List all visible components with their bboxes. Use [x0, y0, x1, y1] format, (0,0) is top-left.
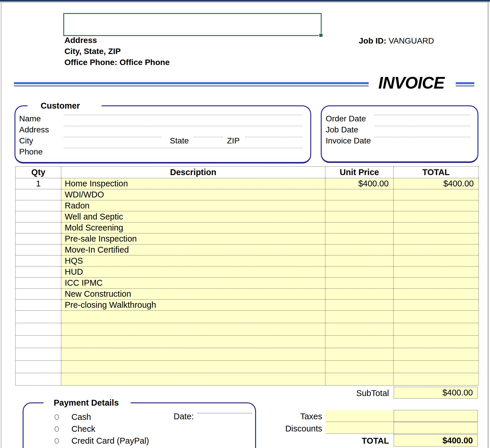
unit-price-cell[interactable]	[325, 222, 394, 233]
unit-price-cell[interactable]	[325, 336, 394, 348]
company-city-state-zip: City, State, ZIP	[64, 46, 170, 57]
unit-price-cell[interactable]	[325, 289, 394, 300]
description-cell[interactable]: HUD	[61, 267, 325, 278]
description-cell[interactable]: Home Inspection	[61, 178, 325, 189]
total-cell[interactable]	[394, 361, 479, 373]
description-cell[interactable]: WDI/WDO	[61, 189, 325, 200]
total-cell[interactable]	[394, 348, 479, 361]
total-cell[interactable]	[394, 200, 479, 211]
radio-circle-icon[interactable]	[55, 426, 59, 432]
unit-price-cell[interactable]	[325, 348, 394, 361]
qty-cell[interactable]	[16, 222, 61, 233]
description-cell[interactable]	[61, 336, 325, 348]
description-cell[interactable]: Pre-closing Walkthrough	[61, 300, 325, 311]
description-cell[interactable]	[61, 361, 325, 373]
radio-circle-icon[interactable]	[55, 438, 59, 444]
description-cell[interactable]: Pre-sale Inspection	[61, 233, 325, 244]
total-cell[interactable]	[394, 300, 479, 311]
qty-cell[interactable]	[16, 373, 61, 386]
qty-cell[interactable]: 1	[16, 178, 61, 189]
qty-cell[interactable]	[16, 300, 61, 311]
description-cell[interactable]: Well and Septic	[61, 211, 325, 222]
total-cell[interactable]	[394, 233, 479, 244]
customer-name-field[interactable]	[64, 115, 302, 115]
customer-address-field[interactable]	[64, 126, 302, 126]
job-date-field[interactable]	[374, 126, 470, 126]
qty-cell[interactable]	[16, 336, 61, 348]
total-cell[interactable]	[394, 189, 479, 200]
qty-cell[interactable]	[16, 348, 61, 361]
payment-date-field[interactable]	[197, 413, 252, 413]
unit-price-cell[interactable]	[325, 244, 394, 256]
description-cell[interactable]: HQS	[61, 256, 325, 267]
customer-phone-field[interactable]	[64, 148, 302, 148]
description-cell[interactable]: Mold Screening	[61, 222, 325, 233]
grand-total-value-cell[interactable]: $400.00	[394, 434, 478, 447]
description-cell[interactable]	[61, 311, 325, 323]
description-cell[interactable]: Radon	[61, 200, 325, 211]
total-cell[interactable]	[394, 373, 479, 386]
qty-cell[interactable]	[16, 323, 61, 336]
unit-price-cell[interactable]: $400.00	[325, 178, 394, 189]
total-cell[interactable]	[394, 323, 479, 336]
unit-price-cell[interactable]	[325, 200, 394, 211]
description-cell[interactable]	[61, 323, 325, 336]
qty-cell[interactable]	[16, 211, 61, 222]
qty-cell[interactable]	[16, 189, 61, 200]
unit-price-cell[interactable]	[325, 211, 394, 222]
total-cell[interactable]	[394, 211, 479, 222]
qty-cell[interactable]	[16, 256, 61, 267]
discounts-value-cell[interactable]	[394, 422, 478, 434]
description-cell[interactable]	[61, 348, 325, 361]
total-cell[interactable]: $400.00	[394, 178, 479, 189]
window-top-divider	[0, 1, 490, 3]
radio-circle-icon[interactable]	[55, 414, 59, 420]
qty-cell[interactable]	[16, 200, 61, 211]
order-date-field[interactable]	[374, 115, 470, 115]
description-cell[interactable]	[61, 373, 325, 386]
unit-price-cell[interactable]	[325, 323, 394, 336]
taxes-input-cell[interactable]	[326, 410, 393, 422]
description-cell[interactable]: ICC IPMC	[61, 278, 325, 289]
table-row: Well and Septic	[16, 211, 479, 222]
qty-cell[interactable]	[16, 267, 61, 278]
qty-cell[interactable]	[16, 244, 61, 256]
total-cell[interactable]	[394, 244, 479, 256]
discounts-input-cell[interactable]	[326, 422, 393, 434]
selected-cell-region[interactable]	[63, 13, 322, 36]
qty-cell[interactable]	[16, 361, 61, 373]
unit-price-cell[interactable]	[325, 311, 394, 323]
total-cell[interactable]	[394, 278, 479, 289]
qty-cell[interactable]	[16, 278, 61, 289]
subtotal-value-cell[interactable]: $400.00	[394, 387, 478, 399]
unit-price-cell[interactable]	[325, 373, 394, 386]
customer-zip-field[interactable]	[245, 137, 302, 137]
unit-price-cell[interactable]	[325, 189, 394, 200]
total-cell[interactable]	[394, 256, 479, 267]
selection-fill-handle[interactable]	[319, 33, 323, 37]
unit-price-cell[interactable]	[325, 361, 394, 373]
unit-price-cell[interactable]	[325, 267, 394, 278]
payment-box-title: Payment Details	[54, 398, 119, 408]
customer-city-field[interactable]	[64, 137, 161, 137]
total-cell[interactable]	[394, 222, 479, 233]
qty-cell[interactable]	[16, 289, 61, 300]
total-cell[interactable]	[394, 311, 479, 323]
qty-cell[interactable]	[16, 233, 61, 244]
total-cell[interactable]	[394, 289, 479, 300]
description-cell[interactable]: New Construction	[61, 289, 325, 300]
page-title: INVOICE	[373, 73, 450, 92]
customer-state-field[interactable]	[194, 137, 223, 137]
qty-cell[interactable]	[16, 311, 61, 323]
description-cell[interactable]: Move-In Certified	[61, 244, 325, 256]
unit-price-cell[interactable]	[325, 233, 394, 244]
taxes-value-cell[interactable]	[394, 410, 478, 422]
unit-price-cell[interactable]	[325, 278, 394, 289]
grand-total-value: $400.00	[442, 436, 473, 445]
customer-box	[15, 105, 311, 163]
total-cell[interactable]	[394, 267, 479, 278]
invoice-date-field[interactable]	[374, 137, 470, 137]
total-cell[interactable]	[394, 336, 479, 348]
unit-price-cell[interactable]	[325, 300, 394, 311]
unit-price-cell[interactable]	[325, 256, 394, 267]
